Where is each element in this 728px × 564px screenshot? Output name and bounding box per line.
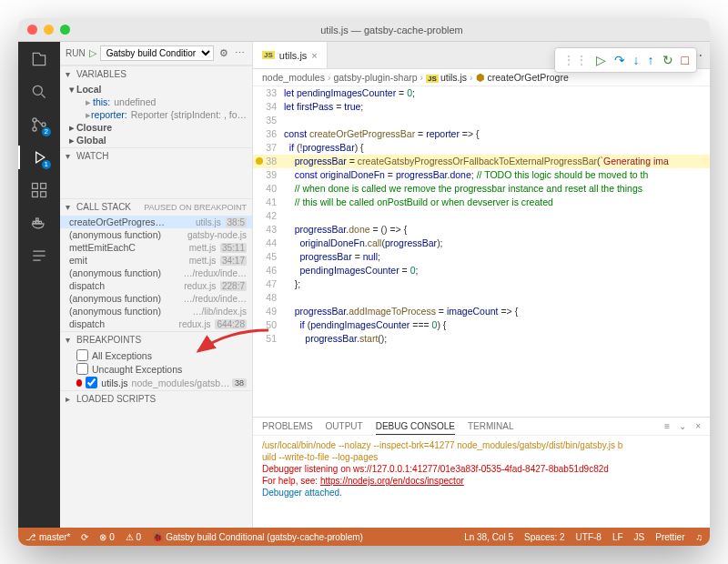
stop-icon[interactable]: □ bbox=[682, 53, 689, 67]
prettier-indicator[interactable]: Prettier bbox=[655, 532, 684, 542]
continue-icon[interactable]: ▷ bbox=[596, 53, 606, 67]
variable-row[interactable]: ▸ this:undefined bbox=[60, 96, 252, 108]
search-icon[interactable] bbox=[29, 82, 49, 102]
breakpoints-header[interactable]: ▾BREAKPOINTS bbox=[60, 332, 252, 347]
breakpoints-title: BREAKPOINTS bbox=[76, 335, 141, 345]
activity-bar: 2 1 bbox=[18, 42, 60, 528]
code-line[interactable]: 41 // this will be called onPostBuild or… bbox=[253, 196, 710, 209]
panel-close-icon[interactable]: × bbox=[695, 421, 701, 431]
grip-icon[interactable]: ⋮⋮ bbox=[562, 53, 588, 67]
code-editor[interactable]: 33let pendingImagesCounter = 0;34let fir… bbox=[253, 86, 710, 417]
watch-title: WATCH bbox=[76, 151, 109, 161]
debug-console-output[interactable]: /usr/local/bin/node --nolazy --inspect-b… bbox=[253, 436, 710, 528]
code-line[interactable]: 51 progressBar.start(); bbox=[253, 332, 710, 346]
callstack-header[interactable]: ▾CALL STACKPAUSED ON BREAKPOINT bbox=[60, 199, 252, 215]
restart-icon[interactable]: ↻ bbox=[662, 53, 673, 67]
step-out-icon[interactable]: ↑ bbox=[648, 53, 654, 67]
tab-utilsjs[interactable]: JS utils.js × bbox=[253, 42, 328, 68]
code-line[interactable]: 42 bbox=[253, 209, 710, 223]
more-icon[interactable]: ⋯ bbox=[234, 46, 247, 61]
builtin-breakpoint[interactable]: Uncaught Exceptions bbox=[60, 362, 252, 376]
code-line[interactable]: 34let firstPass = true; bbox=[253, 100, 710, 114]
encoding-indicator[interactable]: UTF-8 bbox=[576, 532, 602, 542]
user-breakpoint[interactable]: utils.jsnode_modules/gatsby-plugi…38 bbox=[60, 376, 252, 389]
scm-badge: 2 bbox=[42, 127, 51, 136]
code-line[interactable]: 48 bbox=[253, 291, 710, 305]
code-line[interactable]: 50 if (pendingImagesCounter === 0) { bbox=[253, 318, 710, 332]
run-play-icon[interactable]: ▷ bbox=[89, 47, 96, 59]
code-line[interactable]: 49 progressBar.addImageToProcess = image… bbox=[253, 305, 710, 318]
code-line[interactable]: 45 progressBar = null; bbox=[253, 250, 710, 264]
code-line[interactable]: 35 bbox=[253, 114, 710, 127]
code-line[interactable]: 47 }; bbox=[253, 277, 710, 291]
stack-frame[interactable]: createOrGetProgressBarutils.js 38:5 bbox=[60, 216, 252, 228]
code-line[interactable]: 36const createOrGetProgressBar = reporte… bbox=[253, 127, 710, 141]
debug-badge: 1 bbox=[42, 160, 51, 169]
code-line[interactable]: 43 progressBar.done = () => { bbox=[253, 223, 710, 237]
stack-frame[interactable]: (anonymous function)…/redux/inde… bbox=[60, 267, 252, 279]
close-icon[interactable] bbox=[27, 25, 37, 35]
variables-title: VARIABLES bbox=[76, 69, 126, 79]
cursor-position[interactable]: Ln 38, Col 5 bbox=[464, 532, 513, 542]
variable-row[interactable]: ▸ reporter:Reporter {stripIndent: , fo… bbox=[60, 108, 252, 121]
debug-session-label[interactable]: 🐞 Gatsby build Conditional (gatsby-cache… bbox=[152, 532, 363, 542]
debug-toolbar[interactable]: ⋮⋮ ▷ ↷ ↓ ↑ ↻ □ bbox=[554, 47, 697, 73]
code-line[interactable]: 40 // when done is called we remove the … bbox=[253, 182, 710, 196]
window-title: utils.js — gatsby-cache-problem bbox=[83, 25, 701, 35]
scm-icon[interactable]: 2 bbox=[29, 115, 49, 135]
code-line[interactable]: 46 pendingImagesCounter = 0; bbox=[253, 264, 710, 277]
warnings-indicator[interactable]: ⚠ 0 bbox=[126, 532, 141, 542]
panel-tab-problems[interactable]: PROBLEMS bbox=[262, 421, 313, 431]
stack-frame[interactable]: dispatchredux.js 228:7 bbox=[60, 279, 252, 292]
stack-frame[interactable]: (anonymous function)gatsby-node.js bbox=[60, 228, 252, 241]
sync-icon[interactable]: ⟳ bbox=[81, 532, 88, 542]
language-indicator[interactable]: JS bbox=[634, 532, 645, 542]
step-in-icon[interactable]: ↓ bbox=[633, 53, 640, 67]
code-line[interactable]: 38 progressBar = createGatsbyProgressOrF… bbox=[253, 155, 710, 168]
outline-icon[interactable] bbox=[29, 246, 49, 266]
tab-close-icon[interactable]: × bbox=[311, 50, 317, 61]
eol-indicator[interactable]: LF bbox=[612, 532, 623, 542]
traffic-lights bbox=[27, 25, 70, 35]
callstack-section: ▾CALL STACKPAUSED ON BREAKPOINT createOr… bbox=[60, 198, 252, 331]
scope-closure[interactable]: ▸ Closure bbox=[60, 121, 252, 134]
stack-frame[interactable]: mettEmitEachCmett.js 35:11 bbox=[60, 241, 252, 254]
code-line[interactable]: 33let pendingImagesCounter = 0; bbox=[253, 86, 710, 100]
feedback-icon[interactable]: ♫ bbox=[696, 532, 703, 542]
explorer-icon[interactable] bbox=[29, 49, 49, 69]
code-line[interactable]: 44 originalDoneFn.call(progressBar); bbox=[253, 237, 710, 250]
filter-icon[interactable]: ≡ bbox=[664, 421, 670, 431]
errors-indicator[interactable]: ⊗ 0 bbox=[99, 532, 114, 542]
debug-icon[interactable]: 1 bbox=[29, 147, 49, 167]
watch-header[interactable]: ▾WATCH bbox=[60, 148, 252, 164]
panel-tab-terminal[interactable]: TERMINAL bbox=[468, 421, 514, 431]
debug-sidebar: RUN ▷ Gatsby build Conditior ⚙ ⋯ ▾VARIAB… bbox=[60, 42, 253, 528]
branch-indicator[interactable]: ⎇ master* bbox=[25, 532, 70, 542]
svg-point-3 bbox=[42, 123, 46, 126]
run-config-row: RUN ▷ Gatsby build Conditior ⚙ ⋯ bbox=[60, 42, 252, 65]
clear-icon[interactable]: ⌄ bbox=[679, 421, 686, 431]
variables-header[interactable]: ▾VARIABLES bbox=[60, 66, 252, 82]
panel-tab-output[interactable]: OUTPUT bbox=[326, 421, 363, 431]
code-line[interactable]: 37 if (!progressBar) { bbox=[253, 141, 710, 155]
run-config-select[interactable]: Gatsby build Conditior bbox=[100, 45, 214, 61]
stack-frame[interactable]: emitmett.js 34:17 bbox=[60, 254, 252, 267]
minimize-icon[interactable] bbox=[44, 25, 54, 35]
loaded-scripts-header[interactable]: ▸LOADED SCRIPTS bbox=[60, 391, 252, 407]
stack-frame[interactable]: dispatchredux.js 644:28 bbox=[60, 317, 252, 330]
run-label: RUN bbox=[66, 48, 86, 58]
gear-icon[interactable]: ⚙ bbox=[217, 46, 230, 61]
stack-frame[interactable]: (anonymous function)…/lib/index.js bbox=[60, 305, 252, 317]
scope-global[interactable]: ▸ Global bbox=[60, 134, 252, 146]
stack-frame[interactable]: (anonymous function)…/redux/inde… bbox=[60, 292, 252, 305]
step-over-icon[interactable]: ↷ bbox=[614, 53, 625, 67]
code-line[interactable]: 39 const originalDoneFn = progressBar.do… bbox=[253, 168, 710, 182]
scope-local[interactable]: ▾ Local bbox=[60, 83, 252, 96]
indent-indicator[interactable]: Spaces: 2 bbox=[524, 532, 564, 542]
extensions-icon[interactable] bbox=[29, 180, 49, 200]
maximize-icon[interactable] bbox=[60, 25, 70, 35]
help-link[interactable]: https://nodejs.org/en/docs/inspector bbox=[320, 476, 464, 486]
builtin-breakpoint[interactable]: All Exceptions bbox=[60, 348, 252, 362]
panel-tab-debug-console[interactable]: DEBUG CONSOLE bbox=[376, 421, 455, 435]
docker-icon[interactable] bbox=[29, 213, 49, 233]
